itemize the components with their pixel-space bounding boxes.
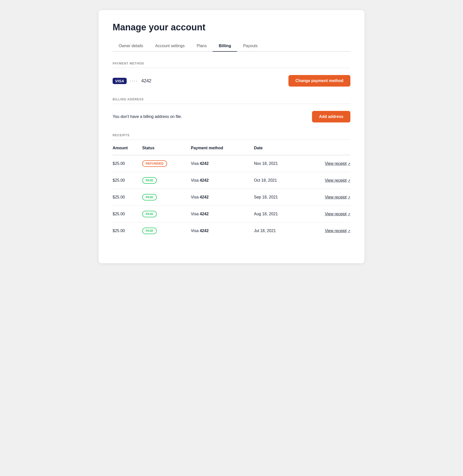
- card-last4: 4242: [141, 78, 151, 84]
- receipt-payment-method: Visa 4242: [191, 155, 254, 172]
- external-link-icon: ↗: [348, 212, 350, 216]
- receipt-date: Nov 18, 2021: [254, 155, 301, 172]
- view-receipt-link[interactable]: View receipt ↗: [325, 178, 350, 183]
- billing-address-message: You don't have a billing address on file…: [113, 114, 182, 119]
- receipt-link-cell: View receipt ↗: [300, 223, 350, 239]
- change-payment-method-button[interactable]: Change payment method: [288, 75, 350, 87]
- receipt-status: PAID: [142, 189, 191, 206]
- tab-payouts[interactable]: Payouts: [237, 41, 264, 52]
- tabs-nav: Owner details Account settings Plans Bil…: [113, 41, 350, 52]
- receipt-status: REFUNDED: [142, 155, 191, 172]
- external-link-icon: ↗: [348, 162, 350, 166]
- receipt-status: PAID: [142, 172, 191, 189]
- visa-badge: VISA: [113, 78, 127, 84]
- billing-address-label: BILLING ADDRESS: [113, 98, 350, 104]
- table-row: $25.00REFUNDEDVisa 4242Nov 18, 2021View …: [113, 155, 350, 172]
- receipt-date: Oct 18, 2021: [254, 172, 301, 189]
- tab-account-settings[interactable]: Account settings: [149, 41, 191, 52]
- receipt-amount: $25.00: [113, 189, 142, 206]
- tab-billing[interactable]: Billing: [213, 41, 237, 52]
- account-card: Manage your account Owner details Accoun…: [99, 10, 364, 263]
- col-payment-method: Payment method: [191, 146, 254, 155]
- receipt-link-cell: View receipt ↗: [300, 155, 350, 172]
- external-link-icon: ↗: [348, 229, 350, 233]
- receipt-status: PAID: [142, 223, 191, 239]
- status-badge: REFUNDED: [142, 160, 167, 167]
- receipt-amount: $25.00: [113, 206, 142, 223]
- receipt-payment-method: Visa 4242: [191, 206, 254, 223]
- receipt-link-cell: View receipt ↗: [300, 206, 350, 223]
- receipt-amount: $25.00: [113, 155, 142, 172]
- col-status: Status: [142, 146, 191, 155]
- col-amount: Amount: [113, 146, 142, 155]
- receipt-link-cell: View receipt ↗: [300, 189, 350, 206]
- tab-plans[interactable]: Plans: [191, 41, 213, 52]
- receipt-amount: $25.00: [113, 223, 142, 239]
- receipt-payment-method: Visa 4242: [191, 172, 254, 189]
- external-link-icon: ↗: [348, 195, 350, 199]
- table-row: $25.00PAIDVisa 4242Oct 18, 2021View rece…: [113, 172, 350, 189]
- receipts-section: RECEIPTS Amount Status Payment method Da…: [113, 133, 350, 239]
- receipts-table: Amount Status Payment method Date $25.00…: [113, 146, 350, 239]
- billing-address-section: BILLING ADDRESS You don't have a billing…: [113, 98, 350, 124]
- receipt-link-cell: View receipt ↗: [300, 172, 350, 189]
- receipt-date: Sep 18, 2021: [254, 189, 301, 206]
- payment-method-body: VISA ···· 4242 Change payment method: [113, 68, 350, 89]
- tab-owner-details[interactable]: Owner details: [113, 41, 149, 52]
- payment-info: VISA ···· 4242: [113, 78, 151, 84]
- payment-method-section: PAYMENT METHOD VISA ···· 4242 Change pay…: [113, 62, 350, 89]
- receipts-header-row: Amount Status Payment method Date: [113, 146, 350, 155]
- status-badge: PAID: [142, 211, 157, 217]
- receipt-date: Jul 18, 2021: [254, 223, 301, 239]
- external-link-icon: ↗: [348, 179, 350, 182]
- col-action: [300, 146, 350, 155]
- receipt-payment-method: Visa 4242: [191, 223, 254, 239]
- view-receipt-link[interactable]: View receipt ↗: [325, 212, 350, 216]
- view-receipt-link[interactable]: View receipt ↗: [325, 229, 350, 233]
- receipt-amount: $25.00: [113, 172, 142, 189]
- add-address-button[interactable]: Add address: [312, 111, 350, 122]
- receipts-label: RECEIPTS: [113, 133, 350, 140]
- table-row: $25.00PAIDVisa 4242Aug 18, 2021View rece…: [113, 206, 350, 223]
- view-receipt-link[interactable]: View receipt ↗: [325, 161, 350, 166]
- receipt-payment-method: Visa 4242: [191, 189, 254, 206]
- status-badge: PAID: [142, 228, 157, 234]
- billing-address-body: You don't have a billing address on file…: [113, 104, 350, 124]
- receipt-status: PAID: [142, 206, 191, 223]
- receipt-date: Aug 18, 2021: [254, 206, 301, 223]
- payment-method-label: PAYMENT METHOD: [113, 62, 350, 68]
- table-row: $25.00PAIDVisa 4242Sep 18, 2021View rece…: [113, 189, 350, 206]
- card-dots: ····: [130, 78, 138, 84]
- status-badge: PAID: [142, 194, 157, 200]
- view-receipt-link[interactable]: View receipt ↗: [325, 195, 350, 199]
- col-date: Date: [254, 146, 301, 155]
- status-badge: PAID: [142, 177, 157, 184]
- page-title: Manage your account: [113, 22, 350, 33]
- table-row: $25.00PAIDVisa 4242Jul 18, 2021View rece…: [113, 223, 350, 239]
